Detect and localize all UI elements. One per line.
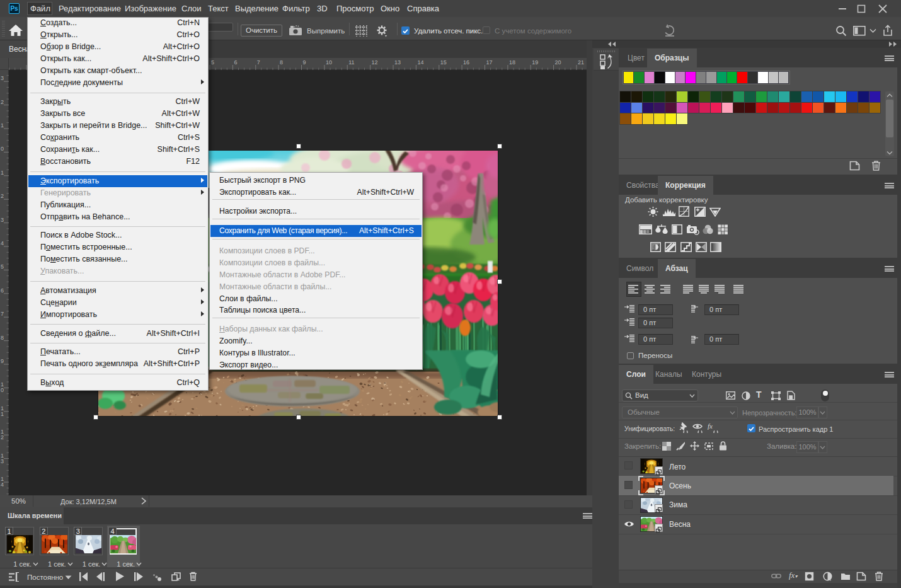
svg-text:2: 2 [1,99,4,105]
svg-text:15: 15 [440,59,447,66]
svg-text:6: 6 [234,59,237,66]
svg-text:4: 4 [1,481,4,488]
svg-text:14: 14 [417,59,423,66]
svg-text:19: 19 [532,59,538,66]
svg-text:4: 4 [1,240,4,246]
svg-text:5: 5 [211,59,214,66]
svg-text:12: 12 [372,59,378,66]
svg-text:8: 8 [280,59,283,66]
svg-text:13: 13 [394,59,401,66]
svg-text:2: 2 [1,434,4,441]
svg-text:20: 20 [555,59,561,66]
svg-text:3: 3 [1,458,4,464]
svg-text:18: 18 [509,59,515,66]
svg-text:fx: fx [708,422,713,430]
svg-text:9: 9 [1,358,4,364]
svg-text:9: 9 [303,59,306,66]
svg-text:21: 21 [578,59,584,66]
svg-text:17: 17 [486,59,493,66]
svg-text:3: 3 [1,217,4,223]
svg-text:11: 11 [348,59,354,66]
svg-text:10: 10 [326,59,332,66]
svg-text:0: 0 [1,387,4,393]
svg-text:8: 8 [1,335,4,341]
svg-text:0: 0 [1,146,4,152]
svg-text:7: 7 [257,59,260,66]
svg-text:1: 1 [1,122,4,129]
svg-text:1: 1 [1,170,4,176]
svg-text:6: 6 [1,287,4,294]
svg-text:5: 5 [1,263,4,270]
svg-text:2: 2 [1,193,4,199]
svg-text:7: 7 [1,311,4,317]
svg-text:16: 16 [463,59,469,66]
svg-text:3: 3 [1,75,4,81]
svg-text:1: 1 [1,411,4,417]
